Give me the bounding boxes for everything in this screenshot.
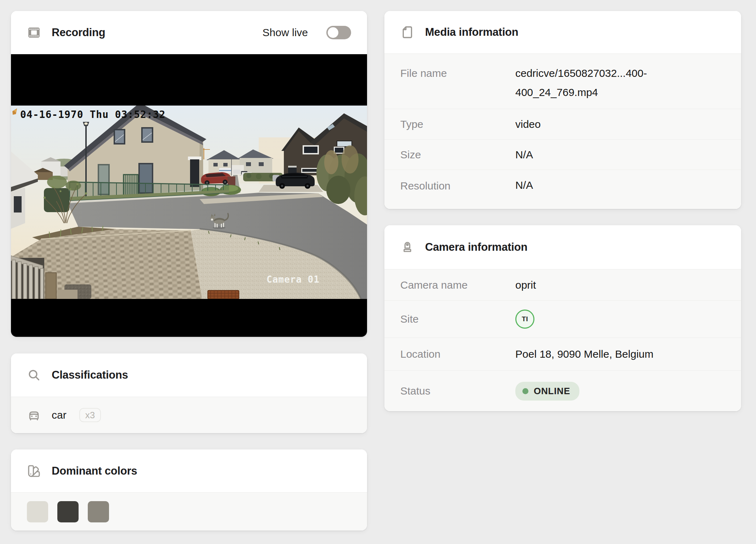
status-dot-icon [522,388,528,394]
camera-information-title: Camera information [425,241,527,254]
camera-footage: 04-16-1970 Thu 03:52:32 Camera 01 [11,106,367,299]
resolution-value: N/A [515,180,533,191]
camera-name-value: oprit [515,276,536,295]
media-information-card: Media information File name cedricve/165… [384,11,741,209]
media-information-title: Media information [425,26,519,39]
classifications-header: Classifications [11,353,367,397]
classification-label: car [52,409,67,421]
color-swatch [88,501,109,522]
show-live-toggle[interactable] [326,26,351,39]
dominant-colors-row [11,492,367,531]
location-row: Location Poel 18, 9090 Melle, Belgium [384,338,741,370]
camera-information-card: Camera information Camera name oprit Sit… [384,225,741,411]
type-row: Type video [384,109,741,139]
resolution-label: Resolution [400,180,515,192]
search-icon [27,368,41,382]
location-value: Poel 18, 9090 Melle, Belgium [515,345,653,364]
file-name-row: File name cedricve/1650827032...400-400_… [384,53,741,109]
file-name-label: File name [400,64,515,83]
site-label: Site [400,313,515,325]
file-name-value: cedricve/1650827032...400-400_24_769.mp4 [515,64,724,102]
dominant-colors-title: Dominant colors [52,465,137,477]
status-row: Status ONLINE [384,370,741,411]
recording-card: Recording Show live [11,11,367,337]
size-row: Size N/A [384,139,741,170]
dominant-colors-card: Dominant colors [11,449,367,531]
size-value: N/A [515,145,533,164]
media-information-header: Media information [384,11,741,53]
video-camera-label: Camera 01 [267,274,320,285]
manhole [208,290,239,299]
site-row: Site TI [384,300,741,338]
classifications-title: Classifications [52,369,128,381]
red-car [201,172,232,185]
dominant-colors-header: Dominant colors [11,449,367,492]
classification-item: car x3 [11,397,367,433]
classification-count-badge: x3 [79,408,101,422]
camera-information-header: Camera information [384,225,741,269]
camera-name-row: Camera name oprit [384,269,741,300]
page: Recording Show live [0,0,756,544]
resolution-row: Resolution N/A [384,170,741,209]
car-icon [27,408,41,422]
show-live-label: Show live [263,27,308,39]
status-badge: ONLINE [515,382,579,401]
location-label: Location [400,348,515,360]
status-label: Status [400,385,515,397]
status-text: ONLINE [534,386,570,397]
color-swatch [57,501,79,522]
film-icon [27,26,41,40]
video-timestamp: 04-16-1970 Thu 03:52:32 [20,109,166,120]
file-icon [400,25,414,39]
camera-icon [400,240,414,254]
swatch-book-icon [27,464,41,478]
type-label: Type [400,118,515,130]
camera-name-label: Camera name [400,279,515,291]
color-swatch [27,501,48,522]
type-value: video [515,115,541,134]
toggle-knob [328,27,338,38]
site-badge[interactable]: TI [515,310,534,329]
size-label: Size [400,149,515,161]
recording-header: Recording Show live [11,11,367,54]
recording-title: Recording [52,26,105,39]
video-player[interactable]: 04-16-1970 Thu 03:52:32 Camera 01 [11,54,367,337]
classifications-card: Classifications car x3 [11,353,367,433]
